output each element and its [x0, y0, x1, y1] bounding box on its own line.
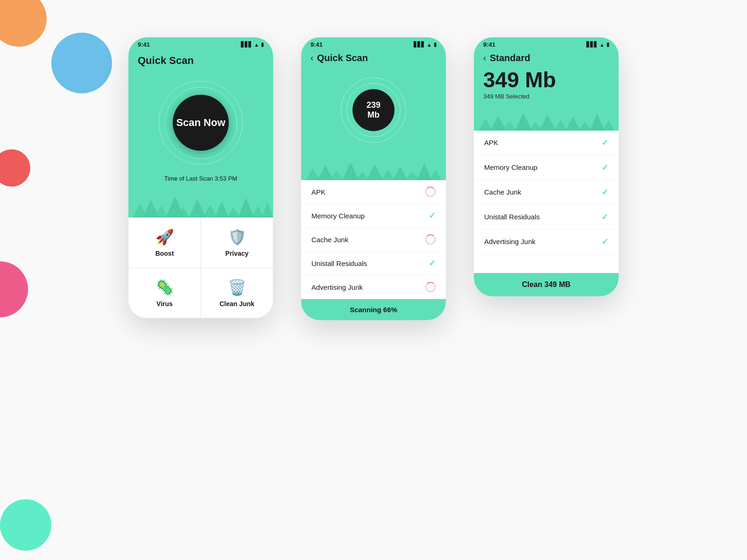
- result-unit: Mb: [367, 110, 380, 120]
- svg-marker-8: [226, 207, 240, 217]
- svg-marker-32: [590, 114, 605, 131]
- wifi-icon: ▲: [427, 42, 432, 48]
- scan-button-text: Scan Now: [176, 117, 225, 128]
- svg-marker-17: [366, 164, 383, 180]
- boost-button[interactable]: 🚀 Boost: [128, 217, 201, 268]
- phone1-time: 9:41: [138, 41, 150, 48]
- phone2-list-item-4: Advertising Junk: [301, 275, 446, 299]
- phone3-list-item-2: Cache Junk ✓: [474, 180, 619, 205]
- item-label-apk: APK: [311, 188, 325, 196]
- signal-icon: ▋▋▋: [414, 42, 425, 48]
- phone3-list-item-3: Unistall Residuals ✓: [474, 205, 619, 230]
- svg-marker-23: [479, 119, 493, 131]
- battery-icon: ▮: [434, 42, 437, 48]
- svg-marker-11: [261, 203, 273, 217]
- wifi-icon: ▲: [254, 42, 259, 48]
- phone3-result-list: APK ✓ Memory Cleanup ✓ Cache Junk ✓ Unis…: [474, 131, 619, 296]
- signal-icon: ▋▋▋: [241, 42, 252, 48]
- battery-icon: ▮: [261, 42, 264, 48]
- phone2-list-item-3: Unistall Residuals ✓: [301, 252, 446, 275]
- phone3-list-item-4: Advertising Junk ✓: [474, 230, 619, 254]
- last-scan-text: Time of Last Scan 3:53 PM: [164, 175, 237, 182]
- phone1-status-icons: ▋▋▋ ▲ ▮: [241, 42, 264, 48]
- phone1-trees: [128, 189, 273, 217]
- privacy-icon: 🛡️: [228, 228, 247, 246]
- result-label-advert: Advertising Junk: [484, 238, 536, 245]
- phone2-top: 9:41 ▋▋▋ ▲ ▮ ‹ Quick Scan 239: [301, 37, 446, 180]
- signal-icon: ▋▋▋: [586, 42, 598, 48]
- phone2-nav: ‹ Quick Scan: [301, 50, 446, 68]
- svg-marker-9: [238, 198, 254, 217]
- result-size: 239: [366, 100, 381, 110]
- scan-button[interactable]: Scan Now: [173, 95, 229, 151]
- svg-marker-15: [342, 162, 359, 180]
- item-label-advert: Advertising Junk: [311, 283, 363, 291]
- boost-label: Boost: [155, 250, 174, 257]
- scan-circles[interactable]: Scan Now: [159, 81, 243, 165]
- svg-marker-14: [329, 171, 344, 180]
- phone3-time: 9:41: [483, 41, 495, 48]
- phone2-list-item-2: Cache Junk: [301, 228, 446, 252]
- phone3-status-bar: 9:41 ▋▋▋ ▲ ▮: [474, 37, 619, 50]
- result-label-memory: Memory Cleanup: [484, 163, 537, 171]
- wifi-icon: ▲: [599, 42, 605, 48]
- scan-area: Scan Now Time of Last Scan 3:53 PM: [128, 76, 273, 217]
- result-check-memory: ✓: [601, 162, 608, 173]
- result-check-uninstall: ✓: [601, 212, 608, 222]
- svg-marker-25: [502, 121, 517, 131]
- phone3-frame: 9:41 ▋▋▋ ▲ ▮ ‹ Standard 349 Mb 349 MB Se…: [474, 37, 619, 296]
- scan-progress-bar: Scanning 66%: [301, 299, 446, 320]
- virus-icon: 🦠: [155, 279, 174, 296]
- privacy-button[interactable]: 🛡️ Privacy: [201, 217, 273, 268]
- item-label-memory: Memory Cleanup: [311, 212, 365, 220]
- svg-marker-19: [393, 166, 408, 180]
- scan-progress-text: Scanning 66%: [350, 306, 397, 314]
- phone3-back-button[interactable]: ‹: [483, 53, 486, 63]
- bg-circle-mint: [0, 499, 51, 551]
- svg-marker-31: [578, 122, 592, 131]
- phone2-result-circle: 239 Mb: [301, 68, 446, 157]
- spacer: [474, 254, 619, 273]
- result-core: 239 Mb: [352, 89, 395, 131]
- phone2-time: 9:41: [310, 41, 323, 48]
- phone3-list-item-0: APK ✓: [474, 131, 619, 155]
- clean-button[interactable]: Clean 349 MB: [474, 273, 619, 296]
- phone2-title: Quick Scan: [317, 53, 368, 63]
- spinner-cache: [425, 234, 436, 245]
- phone2-list-item-1: Memory Cleanup ✓: [301, 204, 446, 228]
- size-display: 349 Mb 349 MB Selected: [474, 66, 619, 107]
- phone1-page-title: Quick Scan: [138, 50, 264, 76]
- virus-button[interactable]: 🦠 Virus: [128, 268, 201, 318]
- check-memory: ✓: [429, 210, 436, 221]
- result-label-cache: Cache Junk: [484, 188, 521, 196]
- phone2-back-button[interactable]: ‹: [310, 53, 313, 63]
- screens-container: 9:41 ▋▋▋ ▲ ▮ Quick Scan Scan Now Time of…: [0, 37, 747, 320]
- result-circles: 239 Mb: [341, 77, 406, 143]
- phone2-trees: [301, 157, 446, 180]
- svg-marker-29: [554, 120, 567, 131]
- svg-marker-5: [189, 199, 206, 217]
- phone2-scan-list: APK Memory Cleanup ✓ Cache Junk Unistall…: [301, 180, 446, 320]
- result-label-apk: APK: [484, 139, 498, 147]
- clean-junk-label: Clean Junk: [219, 300, 254, 308]
- boost-icon: 🚀: [155, 228, 174, 246]
- phone3-status-icons: ▋▋▋ ▲ ▮: [586, 42, 609, 48]
- phone1-frame: 9:41 ▋▋▋ ▲ ▮ Quick Scan Scan Now Time of…: [128, 37, 273, 318]
- clean-junk-button[interactable]: 🗑️ Clean Junk: [201, 268, 273, 318]
- svg-marker-33: [602, 120, 614, 131]
- result-check-apk: ✓: [601, 138, 608, 148]
- phone1-status-bar: 9:41 ▋▋▋ ▲ ▮: [128, 37, 273, 50]
- phone3-trees: [474, 107, 619, 131]
- svg-marker-28: [539, 115, 556, 131]
- result-check-cache: ✓: [601, 187, 608, 197]
- size-selected: 349 MB Selected: [483, 93, 609, 100]
- item-label-cache: Cache Junk: [311, 236, 348, 244]
- size-number: 349 Mb: [483, 68, 609, 92]
- clean-button-text: Clean 349 MB: [522, 280, 571, 288]
- svg-marker-26: [515, 113, 532, 131]
- svg-marker-21: [417, 163, 432, 180]
- phone2-status-icons: ▋▋▋ ▲ ▮: [414, 42, 437, 48]
- result-label-uninstall: Unistall Residuals: [484, 213, 540, 221]
- phone1-bottom-grid: 🚀 Boost 🛡️ Privacy 🦠 Virus 🗑️ Clean Junk: [128, 217, 273, 318]
- spinner-apk: [425, 187, 436, 197]
